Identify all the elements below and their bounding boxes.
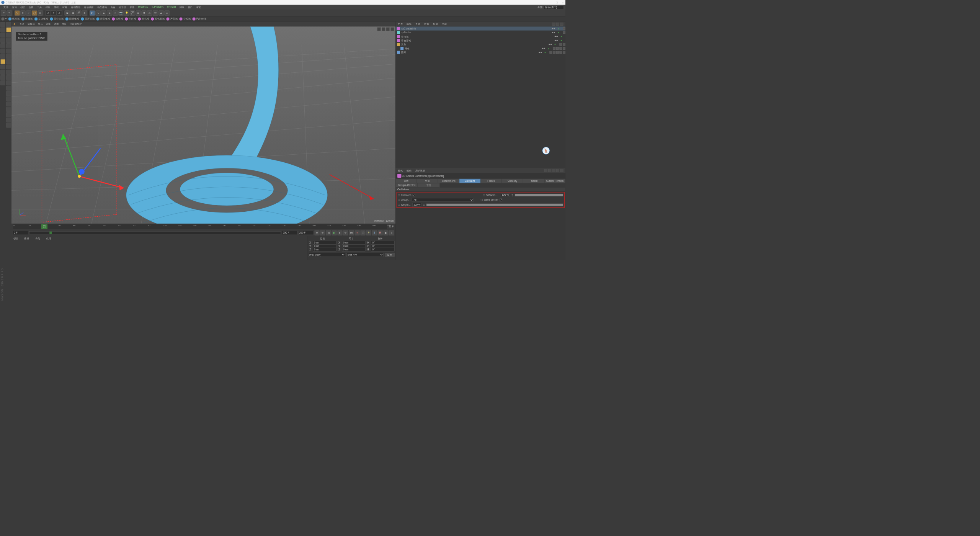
om-tab-对象[interactable]: 对象 [424,23,429,26]
same-emitter-checkbox[interactable] [500,199,502,201]
key-opts-button[interactable]: ≡ [389,230,394,235]
menu-创建[interactable]: 创建 [18,6,27,9]
field-胶囊体域[interactable]: 胶囊体域 [96,17,110,21]
xp-icon[interactable]: ✖ [141,10,147,16]
path-select-button[interactable] [6,64,11,69]
menu-帮助[interactable]: 帮助 [194,6,203,9]
key-r-button[interactable]: R [378,230,383,235]
lasso-select-button[interactable] [6,38,11,43]
om-filter-icon[interactable] [556,23,559,26]
shrink-select-button[interactable] [6,91,11,96]
viewport[interactable]: Number of emitters: 1 Total live particl… [11,26,395,224]
om-search-icon[interactable] [552,23,555,26]
menu-插件[interactable]: 插件 [128,6,136,9]
workplane-mode-button[interactable] [0,33,5,38]
psr-button[interactable]: PSR0 [130,10,135,16]
attr-subtab-管理[interactable]: 管理 [418,183,440,188]
menu-动态建构[interactable]: 动态建构 [95,6,109,9]
ring-select-button[interactable] [6,54,11,59]
loop-select-button[interactable] [6,49,11,54]
collisions-checkbox[interactable] [413,194,415,196]
menu-脚本[interactable]: 脚本 [178,6,186,9]
animate-mode-button[interactable] [0,70,5,75]
menu-运动图形[interactable]: 运动图形 [69,6,82,9]
prev-key-button[interactable]: ⟲ [320,230,325,235]
key-misc-button[interactable]: ◧ [384,230,389,235]
snap-toggle-button[interactable] [0,59,5,64]
field-径向域[interactable]: 径向域 [125,17,136,21]
menu-体积[interactable]: 体积 [52,6,60,9]
go-end-button[interactable]: ⏭ [349,230,354,235]
tree-item-复制[interactable]: 复制✔ [395,42,565,46]
attr-subtab-Groups Affected[interactable]: Groups Affected [395,183,418,188]
menu-角色[interactable]: 角色 [109,6,117,9]
texture-mode-button[interactable] [0,28,5,33]
record-button[interactable]: ● [355,230,360,235]
tree-item-xpConstraints[interactable]: xpConstraints✔ [395,26,565,30]
add-light-button[interactable]: 💡 [124,10,129,16]
point-mode-button[interactable] [0,38,5,43]
scale-tool[interactable]: ⤢ [26,10,31,16]
menu-运动跟踪[interactable]: 运动跟踪 [82,6,96,9]
phong-select-button[interactable] [6,70,11,75]
axis-mode-button[interactable] [0,54,5,59]
menu-样条[interactable]: 样条 [44,6,52,9]
add-deformer-button[interactable]: ◈ [107,10,112,16]
model-mode-button[interactable] [0,22,5,27]
am-tab-用户数据[interactable]: 用户数据 [415,169,425,172]
am-opts-icon[interactable] [560,169,563,172]
om-tab-标签[interactable]: 标签 [433,23,438,26]
am-tab-模式[interactable]: 模式 [398,169,403,172]
stiffness-input[interactable]: 100 % [501,193,510,197]
axis-y-toggle[interactable]: Y [51,10,56,16]
add-primitive-button[interactable]: ◧ [90,10,95,16]
key-p-button[interactable]: P [366,230,371,235]
realflow-icon[interactable]: ◎ [147,10,152,16]
am-lock-icon[interactable] [556,169,559,172]
material-tab-纹理[interactable]: 纹理 [46,237,51,240]
attr-tab-Friction[interactable]: Friction [523,179,544,183]
tree-item-径向域[interactable]: 径向域✔ [395,34,565,38]
play-button[interactable]: ▶ [332,230,337,235]
om-tab-编辑[interactable]: 编辑 [407,23,412,26]
om-tab-文件[interactable]: 文件 [398,23,403,26]
redshift-icon[interactable]: ◉ [136,10,141,16]
menu-流水线[interactable]: 流水线 [117,6,128,9]
om-tab-查看[interactable]: 查看 [415,23,420,26]
next-frame-button[interactable]: ▶| [338,230,343,235]
am-tab-编辑[interactable]: 编辑 [407,169,412,172]
extras-1-icon[interactable]: ♟ [158,10,164,16]
misc-1-button[interactable] [6,107,11,112]
autokey-button[interactable]: ◯ [361,230,366,235]
material-tab-编辑[interactable]: 编辑 [24,237,29,240]
misc-4-button[interactable] [6,123,11,128]
field-圆环体域[interactable]: 圆环体域 [81,17,95,21]
attr-tab-Viscosity[interactable]: Viscosity [502,179,523,183]
hide-select-button[interactable] [6,101,11,106]
menu-编辑[interactable]: 编辑 [10,6,19,9]
xpresso-button[interactable] [0,75,5,80]
tree-item-着色器域[interactable]: 着色器域✔ [395,38,565,42]
group-select[interactable]: All [412,198,474,202]
attr-tab-Collisions[interactable]: Collisions [459,179,480,183]
minimize-button[interactable]: — [550,1,552,4]
last-tool[interactable]: ⊕ [38,10,43,16]
live-select-button[interactable]: ↖ [6,28,11,33]
tree-item-xpEmitter[interactable]: xpEmitter✔ [395,31,565,34]
stiffness-slider[interactable] [514,194,563,196]
timeline[interactable]: 21 0102030405060708090100110120130140150… [11,224,395,230]
attr-tab-基本[interactable]: 基本 [395,179,416,183]
menu-材料[interactable]: 材料 [60,6,69,9]
frame-end-input[interactable] [282,231,297,235]
field-随机域[interactable]: 随机域 [138,17,149,21]
qr-button[interactable]: QR [153,10,158,16]
add-generator-button[interactable]: ◆ [101,10,106,16]
redo-button[interactable]: ↷ [7,10,12,16]
render-view-button[interactable]: ▣ [64,10,70,16]
layout-selector[interactable] [544,5,564,9]
menu-文件[interactable]: 文件 [2,6,10,9]
fill-select-button[interactable] [6,59,11,64]
menu-选择[interactable]: 选择 [27,6,35,9]
axis-z-toggle[interactable]: Z [57,10,62,16]
add-spline-button[interactable]: ∿ [95,10,101,16]
